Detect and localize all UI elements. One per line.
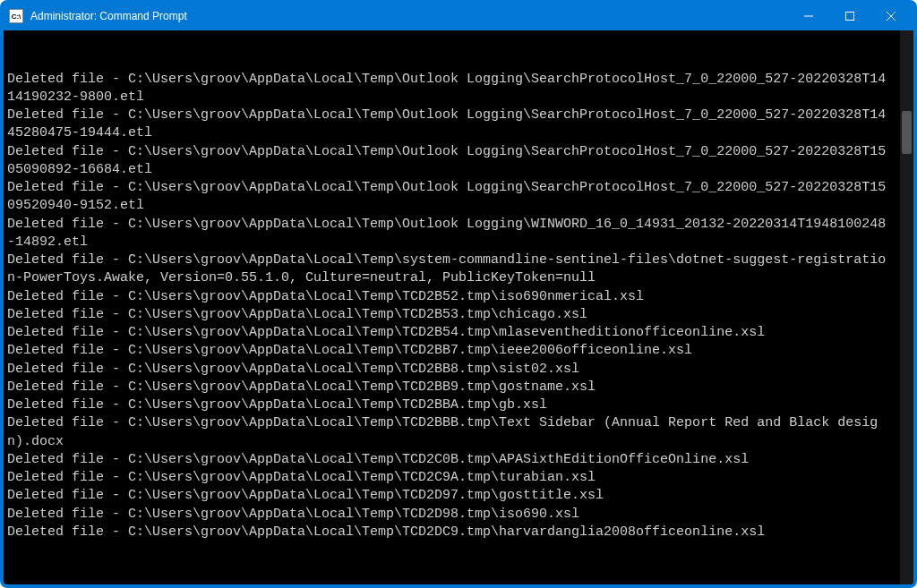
terminal-line: Deleted file - C:\Users\groov\AppData\Lo… [7,107,892,143]
terminal-line: Deleted file - C:\Users\groov\AppData\Lo… [7,179,892,216]
terminal-line: Deleted file - C:\Users\groov\AppData\Lo… [7,306,892,324]
close-icon [887,12,896,21]
terminal-line: Deleted file - C:\Users\groov\AppData\Lo… [7,71,892,107]
maximize-icon [845,12,854,21]
terminal-line: Deleted file - C:\Users\groov\AppData\Lo… [7,324,892,342]
terminal-line: Deleted file - C:\Users\groov\AppData\Lo… [7,361,892,379]
terminal-output: Deleted file - C:\Users\groov\AppData\Lo… [7,71,892,542]
minimize-button[interactable] [788,4,829,29]
terminal-line: Deleted file - C:\Users\groov\AppData\Lo… [7,342,892,360]
scrollbar-thumb[interactable] [902,111,912,154]
maximize-button[interactable] [829,4,870,29]
svg-rect-1 [846,13,854,21]
scrollbar-track[interactable] [900,30,913,584]
titlebar[interactable]: C:\ Administrator: Command Prompt [4,4,913,30]
close-button[interactable] [870,4,912,29]
terminal-line: Deleted file - C:\Users\groov\AppData\Lo… [7,396,892,414]
minimize-icon [804,12,813,21]
terminal-line: Deleted file - C:\Users\groov\AppData\Lo… [7,487,892,505]
terminal-line: Deleted file - C:\Users\groov\AppData\Lo… [7,451,892,469]
terminal-line: Deleted file - C:\Users\groov\AppData\Lo… [7,216,892,252]
window-controls [788,4,912,29]
terminal-content: Deleted file - C:\Users\groov\AppData\Lo… [4,30,899,584]
terminal-line: Deleted file - C:\Users\groov\AppData\Lo… [7,469,892,487]
terminal-line: Deleted file - C:\Users\groov\AppData\Lo… [7,506,892,524]
terminal-line: Deleted file - C:\Users\groov\AppData\Lo… [7,379,892,396]
terminal-line: Deleted file - C:\Users\groov\AppData\Lo… [7,414,892,451]
terminal-line: Deleted file - C:\Users\groov\AppData\Lo… [7,251,892,288]
app-icon: C:\ [9,9,23,23]
window-title: Administrator: Command Prompt [30,10,788,22]
terminal-line: Deleted file - C:\Users\groov\AppData\Lo… [7,143,892,180]
command-prompt-window: C:\ Administrator: Command Prompt Delete… [0,0,917,588]
terminal-line: Deleted file - C:\Users\groov\AppData\Lo… [7,524,892,541]
terminal-line: Deleted file - C:\Users\groov\AppData\Lo… [7,288,892,306]
terminal-area[interactable]: Deleted file - C:\Users\groov\AppData\Lo… [4,30,913,584]
